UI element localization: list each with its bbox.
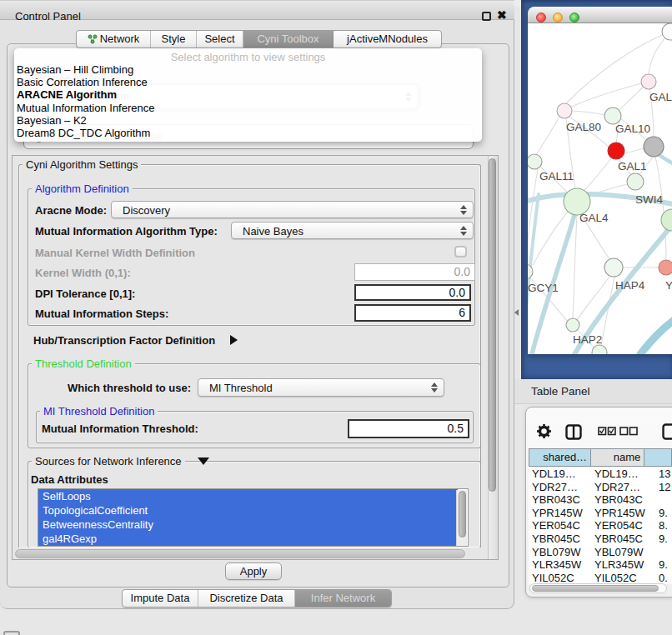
node-label: GAL11 [539, 170, 574, 182]
table-row[interactable]: YBL079WYBL079W [529, 546, 672, 559]
table-cell[interactable]: 9. [645, 558, 672, 572]
table-row[interactable]: YIL052CYIL052C0. [529, 572, 672, 585]
table-hscrollbar-track[interactable] [529, 583, 667, 593]
table-cell[interactable] [645, 493, 672, 507]
kernel-width-input[interactable]: 0.0 [354, 263, 475, 281]
network-graph: GAL GAL80 GAL10 GAL1 GAL11 SWI4 GAL4 GCY… [528, 23, 672, 354]
close-traffic-light[interactable] [536, 12, 546, 22]
table-cell[interactable]: YBR045C [529, 532, 591, 546]
table-cell[interactable]: YDL19… [529, 468, 591, 481]
table-cell[interactable]: YBL079W [591, 546, 645, 559]
table-cell[interactable]: 9. [645, 507, 672, 520]
table-row[interactable]: YBR045CYBR045C9. [529, 532, 672, 546]
table-cell[interactable] [645, 546, 672, 559]
list-item[interactable]: gal4RGexp [38, 532, 458, 546]
table-cell[interactable]: YER054C [529, 519, 591, 532]
popup-item[interactable]: Basic Correlation Inference [17, 76, 148, 88]
table-cell[interactable]: YBR045C [591, 532, 645, 546]
mi-threshold-input[interactable]: 0.5 [348, 419, 469, 438]
apply-button[interactable]: Apply [225, 562, 282, 580]
tab-network[interactable]: Network [77, 31, 151, 48]
expand-right-icon[interactable] [230, 335, 238, 345]
collapse-down-icon[interactable] [198, 458, 209, 465]
popup-item[interactable]: Mutual Information Inference [17, 102, 154, 114]
settings-vscrollbar-thumb[interactable] [489, 158, 496, 492]
table-row[interactable]: YER054CYER054C8. [529, 519, 672, 532]
table-cell[interactable]: 12 [645, 481, 672, 494]
data-attributes-list[interactable]: SelfLoops TopologicalCoefficient Between… [38, 488, 469, 547]
manual-kernel-checkbox[interactable] [454, 246, 467, 258]
table-cell[interactable]: YBR043C [529, 493, 591, 507]
gear-icon[interactable] [537, 424, 551, 438]
table-row[interactable]: YBR043CYBR043C [529, 493, 672, 507]
table-row[interactable]: YDR27…YDR27…12 [529, 481, 672, 494]
table-row[interactable]: YDL19…YDL19…13 [529, 468, 672, 481]
table-cell[interactable]: YPR145W [529, 507, 591, 520]
column-header-partial[interactable] [644, 448, 672, 467]
table-cell[interactable]: 8. [645, 519, 672, 532]
tab-impute-data[interactable]: Impute Data [123, 590, 198, 607]
column-header-name[interactable]: name [590, 448, 644, 467]
list-item[interactable]: TopologicalCoefficient [38, 503, 458, 518]
minimize-traffic-light[interactable] [553, 12, 563, 22]
unchecked-boxes-icon[interactable] [619, 427, 638, 436]
dpi-tolerance-input[interactable]: 0.0 [354, 284, 471, 301]
tab-select[interactable]: Select [197, 31, 243, 48]
network-canvas[interactable]: GAL GAL80 GAL10 GAL1 GAL11 SWI4 GAL4 GCY… [528, 23, 672, 354]
tab-cyni-toolbox[interactable]: Cyni Toolbox [243, 31, 333, 48]
mi-steps-input[interactable]: 6 [354, 304, 471, 322]
table-hscrollbar-thumb[interactable] [532, 585, 659, 592]
popup-placeholder: Select algorithm to view settings [14, 51, 482, 63]
table-row[interactable]: YPR145WYPR145W9. [529, 507, 672, 520]
table-cell[interactable]: YPR145W [591, 507, 645, 520]
control-panel-title: Control Panel [15, 10, 81, 22]
table-cell[interactable]: YBL079W [529, 546, 591, 559]
table-cell[interactable]: 9. [645, 532, 672, 546]
cyni-algorithm-settings-title: Cyni Algorithm Settings [23, 158, 141, 171]
split-view-icon[interactable] [565, 424, 582, 440]
settings-hscrollbar-thumb[interactable] [15, 549, 465, 558]
list-item[interactable]: SelfLoops [38, 489, 458, 503]
popup-item-selected[interactable]: ARACNE Algorithm [17, 88, 117, 101]
resize-grip[interactable] [3, 631, 20, 635]
mi-type-combo[interactable]: Naive Bayes [231, 222, 474, 239]
table-cell[interactable]: YIL052C [529, 572, 591, 585]
table-cell[interactable]: YIL052C [591, 572, 645, 585]
kernel-width-label: Kernel Width (0,1): [35, 267, 131, 279]
popup-item[interactable]: Bayesian – Hill Climbing [17, 63, 133, 76]
list-item[interactable]: BetweennessCentrality [38, 518, 458, 532]
close-icon[interactable]: ✖ [497, 8, 507, 22]
table-cell[interactable]: YDR27… [529, 481, 591, 494]
hub-definition-label[interactable]: Hub/Transcription Factor Definition [33, 334, 215, 347]
checked-boxes-icon[interactable] [598, 427, 616, 436]
table-row[interactable]: YLR345WYLR345W9. [529, 558, 672, 572]
sources-title: Sources for Network Inference [32, 455, 185, 468]
table-cell[interactable]: YLR345W [529, 558, 591, 572]
table-rows: YDL19…YDL19…13YDR27…YDR27…12YBR043CYBR04… [529, 468, 672, 584]
panel-divider-arrow-icon[interactable] [514, 309, 519, 316]
table-cell[interactable]: YLR345W [591, 558, 645, 572]
table-cell[interactable]: YDR27… [591, 481, 645, 494]
zoom-traffic-light[interactable] [569, 12, 579, 22]
popup-item[interactable]: Bayesian – K2 [17, 114, 87, 127]
tab-infer-network[interactable]: Infer Network [295, 590, 391, 607]
tab-discretize-data[interactable]: Discretize Data [198, 590, 295, 607]
mi-steps-label: Mutual Information Steps: [35, 308, 168, 320]
table-cell[interactable]: YER054C [591, 519, 645, 532]
table-cell[interactable]: YBR043C [591, 493, 645, 507]
node-label: HAP2 [573, 333, 602, 346]
float-window-icon[interactable] [482, 12, 491, 21]
popup-item[interactable]: Dream8 DC_TDC Algorithm [17, 127, 150, 139]
table-cell[interactable]: YDL19… [591, 468, 645, 481]
list-scrollbar-thumb[interactable] [459, 491, 466, 538]
tab-jactivemnodules[interactable]: jActiveMNodules [333, 31, 441, 48]
screen: Control Panel ✖ Network Style Select Cyn… [0, 0, 672, 635]
document-icon[interactable] [662, 423, 672, 440]
table-cell[interactable]: 13 [645, 468, 672, 481]
which-threshold-combo[interactable]: MI Threshold [198, 378, 444, 397]
aracne-mode-combo[interactable]: Discovery [111, 201, 474, 218]
tab-style[interactable]: Style [151, 31, 197, 48]
table-panel-title: Table Panel [531, 385, 590, 398]
column-header-shared-name[interactable]: shared… [529, 448, 590, 467]
table-cell[interactable]: 0. [645, 572, 672, 585]
